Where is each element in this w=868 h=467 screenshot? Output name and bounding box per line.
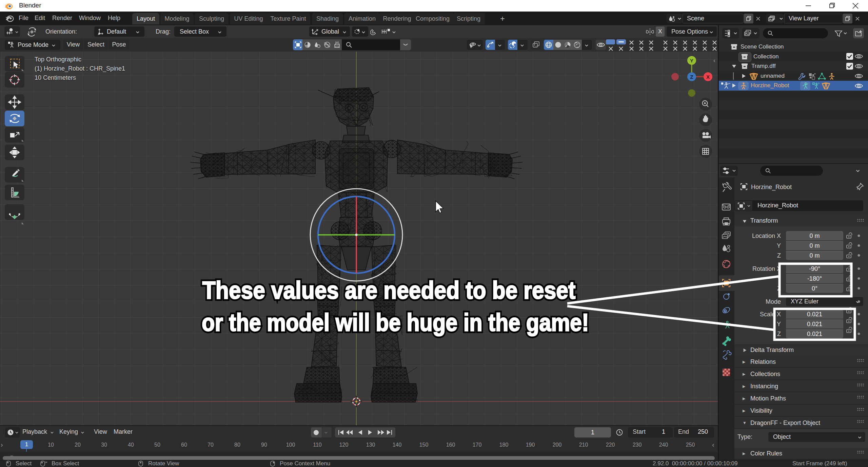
svg-text:Z: Z [690,74,693,80]
svg-text:X: X [706,74,710,80]
svg-text:Y: Y [690,58,693,63]
svg-text:‹: ‹ [713,57,715,64]
